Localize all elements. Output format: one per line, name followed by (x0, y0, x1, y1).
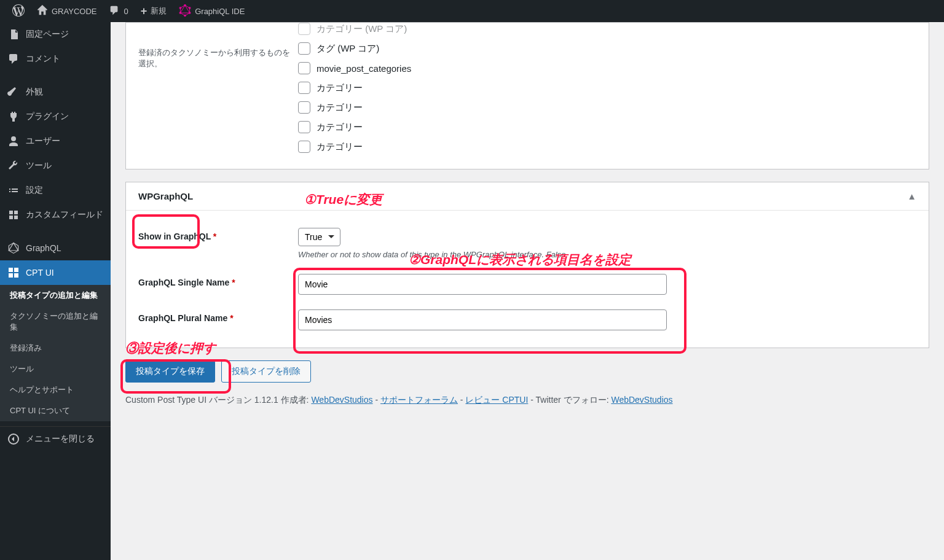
annotation-1: ①Trueに変更 (304, 191, 382, 208)
wrench-icon (7, 160, 20, 172)
plugin-icon (7, 111, 20, 123)
comment-count: 0 (124, 7, 128, 16)
menu-users[interactable]: ユーザー (0, 129, 111, 154)
taxonomy-option[interactable]: タグ (WP コア) (298, 39, 916, 58)
svg-rect-16 (9, 273, 13, 278)
submenu-add-edit-post-type[interactable]: 投稿タイプの追加と編集 (0, 285, 111, 306)
delete-button[interactable]: 投稿タイプを削除 (221, 360, 311, 383)
collapse-icon (7, 433, 20, 445)
svg-point-7 (179, 7, 181, 9)
admin-bar: GRAYCODE 0 + 新規 GraphiQL IDE (0, 0, 944, 22)
home-icon (37, 5, 48, 18)
svg-rect-17 (14, 273, 18, 278)
svg-point-6 (179, 12, 181, 14)
menu-cpt-ui[interactable]: CPT UI (0, 260, 111, 285)
user-icon (7, 135, 20, 147)
menu-settings[interactable]: 設定 (0, 178, 111, 203)
taxonomy-option[interactable]: カテゴリー (298, 78, 916, 98)
show-in-graphql-label: Show in GraphQL * (138, 228, 298, 241)
taxonomy-help: 登録済のタクソノミーから利用するものを選択。 (138, 47, 292, 69)
taxonomy-option[interactable]: カテゴリー (298, 98, 916, 117)
footer-link-twitter[interactable]: WebDevStudios (611, 395, 672, 405)
menu-comments[interactable]: コメント (0, 47, 111, 71)
action-buttons: 投稿タイプを保存 投稿タイプを削除 (125, 360, 929, 383)
settings-icon (7, 184, 20, 196)
site-home[interactable]: GRAYCODE (31, 0, 103, 22)
graphql-single-name-label: GraphQL Single Name * (138, 274, 298, 287)
submenu-add-edit-taxonomy[interactable]: タクソノミーの追加と編集 (0, 306, 111, 338)
checkbox[interactable] (298, 141, 310, 153)
menu-pages[interactable]: 固定ページ (0, 22, 111, 47)
svg-marker-13 (9, 243, 18, 251)
graphql-plural-name-input[interactable] (298, 309, 667, 330)
taxonomy-option[interactable]: movie_post_categories (298, 58, 916, 78)
comments-link[interactable]: 0 (103, 0, 134, 22)
svg-rect-9 (14, 211, 18, 214)
taxonomy-panel: タクソノミー 登録済のタクソノミーから利用するものを選択。 カテゴリー (WP … (125, 22, 929, 169)
site-name: GRAYCODE (52, 7, 96, 16)
menu-custom-fields[interactable]: カスタムフィールド (0, 203, 111, 227)
checkbox[interactable] (298, 42, 310, 55)
menu-tools[interactable]: ツール (0, 154, 111, 178)
new-content[interactable]: + 新規 (135, 0, 173, 22)
graphql-icon (7, 242, 20, 254)
checkbox[interactable] (298, 101, 310, 114)
taxonomy-option[interactable]: カテゴリー (WP コア) (298, 22, 916, 39)
pages-icon (7, 28, 20, 41)
wpgraphql-header[interactable]: WPGraphQL ▲ (126, 182, 929, 211)
svg-point-4 (189, 12, 191, 14)
brush-icon (7, 86, 20, 98)
svg-rect-11 (14, 216, 18, 219)
footer-link-support[interactable]: サポートフォーラム (380, 395, 458, 405)
grid-icon (7, 209, 20, 221)
cpt-submenu: 投稿タイプの追加と編集 タクソノミーの追加と編集 登録済み ツール ヘルプとサポ… (0, 285, 111, 421)
svg-rect-10 (9, 216, 13, 219)
wpgraphql-panel: WPGraphQL ▲ ①Trueに変更 Show in GraphQL * T… (125, 182, 929, 348)
graphql-plural-name-label: GraphQL Plural Name * (138, 309, 298, 323)
graphiql-ide[interactable]: GraphiQL IDE (173, 0, 251, 22)
svg-rect-8 (9, 211, 13, 214)
taxonomy-option[interactable]: カテゴリー (298, 137, 916, 157)
footer-credits: Custom Post Type UI バージョン 1.12.1 作成者: We… (125, 395, 929, 406)
checkbox[interactable] (298, 121, 310, 133)
plus-icon: + (141, 5, 148, 18)
graphql-icon (179, 4, 191, 18)
svg-point-3 (189, 7, 191, 9)
checkbox[interactable] (298, 62, 310, 74)
submenu-about[interactable]: CPT UI について (0, 400, 111, 421)
annotation-3: ③設定後に押す (125, 340, 216, 357)
svg-point-5 (184, 15, 186, 17)
checkbox[interactable] (298, 23, 310, 35)
main-content: タクソノミー 登録済のタクソノミーから利用するものを選択。 カテゴリー (WP … (111, 22, 944, 560)
comment-icon (109, 5, 120, 18)
wp-logo[interactable] (6, 0, 31, 22)
taxonomy-option[interactable]: カテゴリー (298, 117, 916, 137)
collapse-menu[interactable]: メニューを閉じる (0, 426, 111, 451)
footer-link-review[interactable]: レビュー CPTUI (465, 395, 528, 405)
menu-plugins[interactable]: プラグイン (0, 104, 111, 129)
show-in-graphql-select[interactable]: True (298, 228, 340, 246)
submenu-registered[interactable]: 登録済み (0, 338, 111, 359)
menu-appearance[interactable]: 外観 (0, 80, 111, 104)
submenu-tools[interactable]: ツール (0, 359, 111, 379)
toggle-icon: ▲ (907, 191, 916, 201)
admin-sidebar: 固定ページ コメント 外観 プラグイン ユーザー ツール 設定 カス (0, 22, 111, 560)
comment-icon (7, 53, 20, 65)
save-button[interactable]: 投稿タイプを保存 (125, 360, 215, 383)
graphql-single-name-input[interactable] (298, 274, 667, 295)
annotation-2: ②GraphQLに表示される項目名を設定 (409, 251, 631, 268)
svg-point-2 (184, 4, 186, 6)
checkbox[interactable] (298, 82, 310, 94)
cpt-icon (7, 266, 20, 279)
footer-link-author[interactable]: WebDevStudios (311, 395, 372, 405)
svg-rect-14 (9, 268, 13, 272)
submenu-help[interactable]: ヘルプとサポート (0, 379, 111, 400)
svg-rect-15 (14, 268, 18, 272)
menu-graphql[interactable]: GraphQL (0, 236, 111, 260)
